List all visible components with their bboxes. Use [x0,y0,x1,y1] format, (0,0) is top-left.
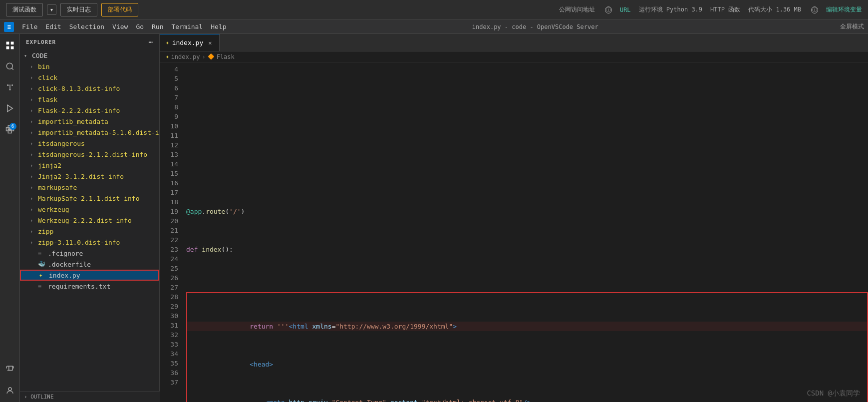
dockerfile-label: .dockerfile [48,261,91,268]
ln-12: 12 [160,140,178,150]
tree-item-markupsafe[interactable]: › markupsafe [20,182,159,193]
click-dist-arrow: › [30,86,38,91]
jinja2-dist-arrow: › [30,174,38,179]
menu-terminal[interactable]: Terminal [168,22,207,31]
tree-item-itsdangerous-dist[interactable]: › itsdangerous-2.1.2.dist-info [20,149,159,160]
test-dropdown-button[interactable]: ▾ [47,4,56,15]
tree-item-click[interactable]: › click [20,72,159,83]
tree-item-indexpy[interactable]: ✦ index.py [20,270,159,281]
ln-25: 25 [160,264,178,273]
activity-search-icon[interactable] [2,59,17,74]
menu-file[interactable]: File [18,22,41,31]
requirements-icon: = [38,283,46,290]
fn-route: route [206,207,225,216]
menu-help[interactable]: Help [207,22,230,31]
flask-dist-label: Flask-2.2.2.dist-info [38,107,120,114]
outline-section[interactable]: › OUTLINE [20,391,160,402]
svg-line-1 [11,68,13,69]
csdn-watermark: CSDN @小袁同学 [807,389,860,398]
root-arrow: ▾ [24,53,32,58]
ln-6: 6 [160,83,178,93]
code-line-6: @app.route('/') [186,207,868,216]
tree-item-requirements[interactable]: = requirements.txt [20,281,159,292]
tree-item-dockerfile[interactable]: 🐳 .dockerfile [20,259,159,270]
bin-label: bin [38,63,49,70]
tree-item-itsdangerous[interactable]: › itsdangerous [20,138,159,149]
deploy-code-button[interactable]: 部署代码 [101,3,138,16]
ln-32: 32 [160,330,178,340]
tab-filename: index.py [172,39,204,46]
tree-item-flask-dist[interactable]: › Flask-2.2.2.dist-info [20,105,159,116]
menu-run[interactable]: Run [148,22,167,31]
markupsafe-arrow: › [30,185,38,190]
code-content: @app.route('/') def index(): return '''<… [182,62,868,402]
public-url-label: 公网访问地址 [559,5,595,14]
activity-bar: 6 [0,34,20,402]
tree-item-zipp[interactable]: › zipp [20,226,159,237]
ln-17: 17 [160,188,178,197]
tree-item-bin[interactable]: › bin [20,61,159,72]
url-link[interactable]: URL [620,6,631,13]
importlib-arrow: › [30,119,38,124]
ln-37: 37 [160,378,178,387]
kw-def: def [186,245,202,254]
tree-item-fcignore[interactable]: = .fcignore [20,248,159,259]
activity-test-icon[interactable] [2,362,17,377]
tree-item-click-dist[interactable]: › click-8.1.3.dist-info [20,83,159,94]
red-outline-region: return '''<html xmlns="http://www.w3.org… [186,292,868,402]
tree-item-werkzeug[interactable]: › werkzeug [20,204,159,215]
ln-21: 21 [160,226,178,235]
tab-indexpy[interactable]: ✦ index.py ✕ [160,34,220,51]
menu-edit[interactable]: Edit [41,22,65,31]
attr-xmlns: xmlns [308,322,332,331]
ln-7: 7 [160,93,178,102]
ln-5: 5 [160,74,178,83]
activity-debug-icon[interactable] [2,101,17,116]
activity-extensions-icon[interactable]: 6 [2,122,17,137]
ln-36: 36 [160,368,178,378]
code-editor[interactable]: 4 5 6 7 8 9 10 11 12 13 14 15 16 17 18 1… [160,62,868,402]
tag-meta-close: /> [523,398,531,402]
fcignore-icon: = [38,250,46,257]
activity-account-icon[interactable] [2,383,17,398]
breadcrumb: ✦ index.py › 🔶 Flask [160,51,868,62]
fullscreen-button[interactable]: 全屏模式 [840,22,864,31]
menu-view[interactable]: View [108,22,132,31]
zipp-dist-label: zipp-3.11.0.dist-info [38,239,120,246]
tab-close-icon[interactable]: ✕ [208,39,212,46]
tree-item-flask[interactable]: › flask [20,94,159,105]
zipp-label: zipp [38,228,53,235]
tree-item-importlib[interactable]: › importlib_metadata [20,116,159,127]
file-tree: ▾ CODE › bin › click › click-8.1.3.dist-… [20,50,159,402]
val-content-type: "Content-Type" [332,398,387,402]
tree-item-jinja2-dist[interactable]: › Jinja2-3.1.2.dist-info [20,171,159,182]
ln-10: 10 [160,121,178,131]
tree-item-importlib-dist[interactable]: › importlib_metadata-5.1.0.dist-info [20,127,159,138]
explorer-label: EXPLORER [26,39,56,45]
sidebar: EXPLORER ⋯ ▾ CODE › bin › click › [20,34,160,402]
tree-root[interactable]: ▾ CODE [20,50,159,61]
test-func-button[interactable]: 测试函数 [6,3,43,16]
ln-16: 16 [160,178,178,188]
tree-item-zipp-dist[interactable]: › zipp-3.11.0.dist-info [20,237,159,248]
str-6: '/' [229,207,241,216]
size-label: 代码大小 1.36 MB [748,5,801,14]
activity-git-icon[interactable] [2,80,17,95]
tree-item-markupsafe-dist[interactable]: › MarkupSafe-2.1.1.dist-info [20,193,159,204]
realtime-log-button[interactable]: 实时日志 [60,3,97,16]
menu-go[interactable]: Go [132,22,148,31]
ln-13: 13 [160,150,178,159]
new-file-icon[interactable]: ⋯ [149,38,153,46]
activity-explorer-icon[interactable] [2,38,17,53]
zipp-dist-arrow: › [30,240,38,245]
ln-31: 31 [160,321,178,330]
breadcrumb-symbol[interactable]: Flask [217,53,235,60]
breadcrumb-file[interactable]: index.py [171,53,200,60]
tree-item-jinja2[interactable]: › jinja2 [20,160,159,171]
http-label: HTTP 函数 [710,5,740,14]
edit-env-link[interactable]: 编辑环境变量 [826,5,862,14]
menu-selection[interactable]: Selection [65,22,108,31]
ln-9: 9 [160,112,178,121]
svg-point-2 [7,84,8,86]
tree-item-werkzeug-dist[interactable]: › Werkzeug-2.2.2.dist-info [20,215,159,226]
